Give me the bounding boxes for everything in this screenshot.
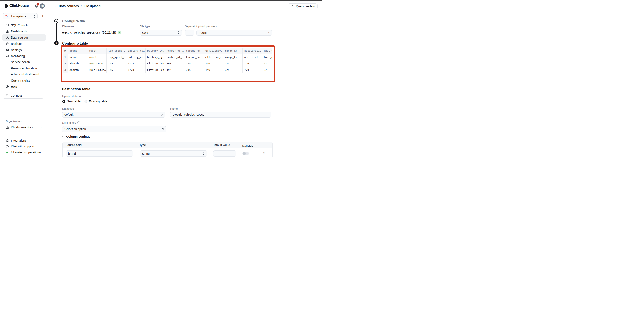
file-size: (86.21 kB) xyxy=(102,31,116,34)
service-name: cloud-get-sta... xyxy=(10,15,32,18)
upload-destination-radios: New table Existing table xyxy=(62,100,107,103)
separator-input[interactable]: , xyxy=(185,30,194,36)
sidebar-footer-integrations[interactable]: Integrations xyxy=(2,138,46,144)
sorting-key-label-row: Sorting key i xyxy=(62,121,80,124)
sidebar-item-label: Backups xyxy=(11,42,22,46)
annotation-highlight-rectangle xyxy=(61,46,275,82)
clickhouse-logo[interactable]: ClickHouse xyxy=(3,4,29,8)
chevron-updown-icon xyxy=(33,15,36,18)
notifications-bell-icon[interactable] xyxy=(34,4,38,8)
chevron-updown-icon xyxy=(161,113,163,116)
sidebar-item-resource-utilization[interactable]: Resource utilization xyxy=(2,65,46,72)
add-service-button[interactable]: + xyxy=(40,14,45,19)
file-type-label: File type xyxy=(140,25,150,28)
source-field-input[interactable]: brand xyxy=(66,150,133,157)
column-settings-row: brand String × xyxy=(62,148,272,158)
sidebar-item-label: Service health xyxy=(11,60,30,64)
source-field-value: brand xyxy=(68,152,76,155)
sidebar-footer-label: Chat with support xyxy=(11,145,34,148)
remove-column-icon[interactable]: × xyxy=(263,151,265,154)
sql-console-icon xyxy=(6,24,9,27)
type-select[interactable]: String xyxy=(140,150,207,157)
sidebar-item-label: Dashboards xyxy=(11,30,27,33)
file-name-value: electric_vehicles_specs.csv (86.21 kB) xyxy=(62,30,122,34)
separator-value: , xyxy=(188,31,188,34)
check-circle-icon xyxy=(118,30,122,34)
breadcrumb-separator: / xyxy=(81,4,82,8)
sidebar-item-label: Monitoring xyxy=(11,54,25,58)
sidebar-nav: SQL ConsoleDashboardsData sourcesBackups… xyxy=(2,22,46,90)
sidebar-item-label: Resource utilization xyxy=(11,66,37,70)
eye-icon xyxy=(291,5,294,8)
sidebar-footer-chat-with-support[interactable]: Chat with support xyxy=(2,144,46,150)
sidebar-item-backups[interactable]: Backups xyxy=(2,40,46,47)
close-icon[interactable]: × xyxy=(268,31,270,34)
sorting-key-select[interactable]: Select an option xyxy=(62,126,166,132)
sidebar-item-help[interactable]: Help xyxy=(2,84,46,90)
sidebar-item-label: Settings xyxy=(11,48,22,52)
sidebar-item-label: Help xyxy=(11,85,17,88)
breadcrumb-parent[interactable]: Data sources xyxy=(59,4,79,8)
monitoring-icon xyxy=(6,54,9,58)
sidebar-item-docs[interactable]: ClickHouse docs › xyxy=(2,124,46,130)
connect-button[interactable]: Connect xyxy=(2,92,44,98)
sidebar-item-monitoring[interactable]: Monitoring xyxy=(2,53,46,59)
destination-table-title: Destination table xyxy=(62,87,90,91)
chevron-updown-icon xyxy=(177,31,180,34)
breadcrumb: Data sources / File upload xyxy=(59,4,100,8)
back-chevron-icon[interactable]: ‹ xyxy=(54,4,56,8)
sorting-key-value: Select an option xyxy=(64,128,86,131)
radio-existing-table[interactable] xyxy=(84,100,87,103)
sidebar-item-label: SQL Console xyxy=(11,24,28,27)
database-label: Database xyxy=(62,107,74,110)
service-switcher[interactable]: cloud-get-sta... xyxy=(2,13,38,19)
chevron-right-icon: › xyxy=(40,126,42,129)
file-name: electric_vehicles_specs.csv xyxy=(62,31,100,34)
sidebar-footer: IntegrationsChat with supportAll systems… xyxy=(2,138,46,155)
sidebar-item-data-sources[interactable]: Data sources xyxy=(2,34,46,40)
step-1-complete-icon xyxy=(54,19,58,23)
sidebar-divider xyxy=(0,134,48,134)
table-name-value: electric_vehicles_specs xyxy=(173,113,204,116)
query-preview-button[interactable]: Query preview xyxy=(288,4,318,9)
radio-new-table[interactable] xyxy=(62,100,65,103)
docs-label: ClickHouse docs xyxy=(11,126,40,129)
avatar[interactable]: SH xyxy=(40,4,45,8)
upload-progress-label: Upload progress xyxy=(196,25,216,28)
type-header: Type xyxy=(140,144,146,146)
file-type-value: CSV xyxy=(142,31,148,34)
chevron-updown-icon xyxy=(202,152,205,155)
upload-progress-value: 100% xyxy=(199,31,206,34)
page-header: ‹ Data sources / File upload Query previ… xyxy=(48,1,322,12)
database-value: default xyxy=(64,113,74,116)
configure-table-title: Configure table xyxy=(62,42,88,46)
sidebar-item-service-health[interactable]: Service health xyxy=(2,59,46,65)
radio-new-table-label: New table xyxy=(67,100,80,103)
sidebar-item-query-insights[interactable]: Query insights xyxy=(2,78,46,84)
sidebar-item-settings[interactable]: Settings xyxy=(2,47,46,53)
clickhouse-logo-icon xyxy=(3,4,8,8)
nullable-toggle[interactable] xyxy=(242,152,249,155)
status-dot-icon xyxy=(6,152,11,153)
file-type-select[interactable]: CSV xyxy=(140,30,182,36)
upload-data-to-label: Upload data to xyxy=(62,94,81,98)
sidebar-footer-label: All systems operational xyxy=(11,151,42,154)
connect-label: Connect xyxy=(11,94,22,97)
connect-icon xyxy=(5,94,8,97)
sidebar-item-advanced-dashboard[interactable]: Advanced dashboard xyxy=(2,71,46,78)
sidebar-footer-label: Integrations xyxy=(11,139,26,142)
main-content: ‹ Data sources / File upload Query previ… xyxy=(48,1,322,158)
radio-existing-table-label: Existing table xyxy=(89,100,107,103)
backups-icon xyxy=(6,42,9,46)
file-name-label: File name xyxy=(62,25,74,28)
database-select[interactable]: default xyxy=(62,112,165,118)
query-preview-label: Query preview xyxy=(296,5,314,8)
sidebar-footer-all-systems-operational[interactable]: All systems operational xyxy=(2,150,46,155)
default-value-input[interactable] xyxy=(213,150,236,157)
sidebar-item-label: Query insights xyxy=(11,79,30,82)
sidebar-item-sql-console[interactable]: SQL Console xyxy=(2,22,46,28)
chevron-down-icon xyxy=(62,136,64,138)
column-settings-toggle[interactable]: Column settings xyxy=(62,135,90,138)
sidebar-item-dashboards[interactable]: Dashboards xyxy=(2,28,46,34)
table-name-input[interactable]: electric_vehicles_specs xyxy=(170,112,271,118)
